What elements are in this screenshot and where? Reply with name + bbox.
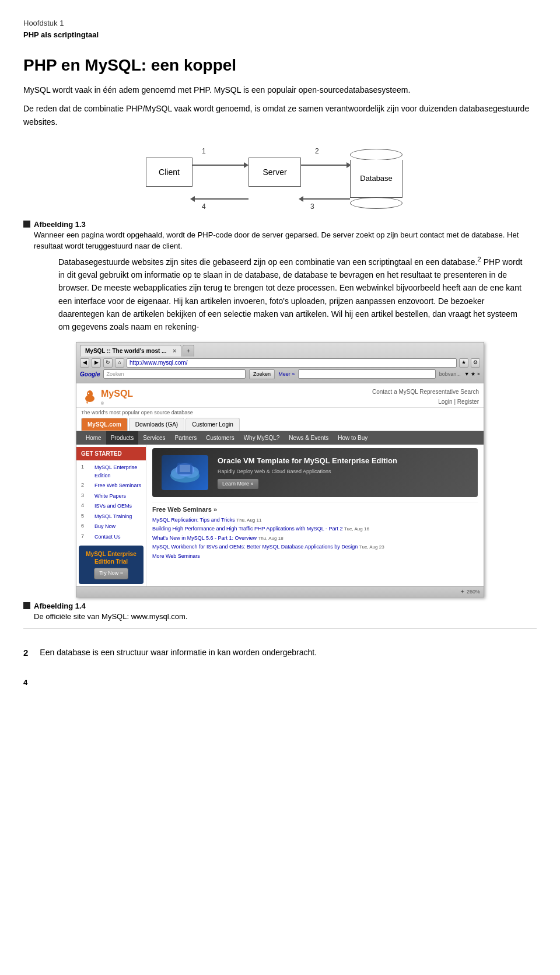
mysql-wordmark: MySQL [101,387,133,401]
tools-button[interactable]: ⚙ [471,358,480,368]
browser-tab-new[interactable]: + [183,345,194,357]
chapter-subtitle: PHP als scriptingtaal [23,29,537,41]
paragraph-3: Databasegestuurde websites zijn sites di… [58,257,477,266]
url-bar[interactable]: http://www.mysql.com/ [127,358,457,368]
diagram-database: Database [350,149,402,209]
meer-button[interactable]: Meer » [278,371,295,379]
learn-more-button[interactable]: Learn More » [218,479,258,490]
mysql-logo-text-area: MySQL ® [101,387,133,407]
url-text: http://www.mysql.com/ [130,358,187,367]
google-label: Google [80,370,100,379]
google-search-input[interactable]: Zoeken [103,369,246,379]
footnote-text: Een database is een structuur waar infor… [40,646,317,659]
chapter-label: Hoofdstuk 1 [23,18,537,29]
figure-1-4-text: De officiële site van MySQL: www.mysql.c… [34,612,187,621]
diagram-client: Client [146,158,192,187]
mysql-tab-main[interactable]: MySQL.com [81,418,128,431]
star-button[interactable]: ★ [459,358,468,368]
nav-home[interactable]: Home [81,431,106,445]
sidebar-row-7: 7 Contact Us [76,532,146,543]
sidebar-link-4[interactable]: MySQL Training [90,512,136,522]
back-button[interactable]: ◀ [80,358,89,368]
mysql-main-area: Oracle VM Template for MySQL Enterprise … [146,445,484,586]
sidebar-link-1[interactable]: Free Web Seminars [90,481,146,491]
diagram-arrow4-label: 4 [202,201,206,212]
user-icons: ▼ ★ × [464,371,480,379]
paragraph-2: De reden dat de combinatie PHP/MySQL vaa… [23,102,537,128]
nav-why-mysql[interactable]: Why MySQL? [239,431,285,445]
chapter-header: Hoofdstuk 1 PHP als scriptingtaal [23,18,537,40]
search-bar-2[interactable] [298,369,436,379]
mysql-tab-downloads[interactable]: Downloads (GA) [129,418,184,431]
browser-tab-bar: MySQL :: The world's most ... × + [80,345,480,357]
sidebar-row-2: 2 Free Web Seminars [76,481,146,491]
indented-content: Databasegestuurde websites zijn sites di… [58,254,525,334]
sidebar-row-5: 5 MySQL Training [76,512,146,522]
nav-services[interactable]: Services [138,431,170,445]
sidebar-link-2[interactable]: White Papers [90,491,131,502]
nav-partners[interactable]: Partners [170,431,202,445]
webinar-item-0: MySQL Replication: Tips and Tricks Thu, … [152,516,478,525]
webinars-section: Free Web Seminars » MySQL Replication: T… [152,502,478,560]
svg-rect-8 [180,465,190,472]
mysql-sidebar: GET STARTED 1 MySQL Enterprise Edition 2… [76,445,146,586]
sidebar-link-5[interactable]: Buy Now [90,522,120,532]
sidebar-link-3[interactable]: ISVs and OEMs [90,501,136,512]
mysql-tab-customer[interactable]: Customer Login [186,418,240,431]
user-label: bobvan... [439,371,461,379]
webinar-item-1: Building High Performance and High Traff… [152,525,478,533]
sidebar-link-6[interactable]: Contact Us [90,532,125,543]
mysql-nav-tabs: MySQL.com Downloads (GA) Customer Login [76,418,484,431]
promo-try-button[interactable]: Try Now » [94,568,128,579]
page-number: 4 [23,677,537,689]
browser-chrome: MySQL :: The world's most ... × + ◀ ▶ ↻ … [76,343,484,384]
webinar-item-2: What's New in MySQL 5.6 - Part 1: Overvi… [152,534,478,543]
browser-toolbar: ◀ ▶ ↻ ⌂ http://www.mysql.com/ ★ ⚙ [80,358,480,368]
mysql-content-area: GET STARTED 1 MySQL Enterprise Edition 2… [76,445,484,586]
diagram-arrow1-label: 1 [202,146,206,156]
footnote-number: 2 [23,646,28,660]
figure-1-3-text: Wanneer een pagina wordt opgehaald, word… [34,230,519,250]
diagram-arrow3-label: 3 [310,201,314,212]
sidebar-row-4: 4 ISVs and OEMs [76,501,146,512]
sidebar-row-1: 1 MySQL Enterprise Edition [76,463,146,481]
oracle-banner-text: Oracle VM Template for MySQL Enterprise … [218,456,397,489]
login-register[interactable]: Login | Register [372,397,479,406]
google-search-row: Google Zoeken Zoeken Meer » bobvan... ▼ … [80,369,480,380]
section-divider [23,628,537,629]
nav-products[interactable]: Products [106,431,138,445]
paragraph-3-4: Databasegestuurde websites zijn sites di… [58,254,525,334]
oracle-banner-title: Oracle VM Template for MySQL Enterprise … [218,456,397,466]
nav-how-to-buy[interactable]: How to Buy [333,431,372,445]
webinars-title[interactable]: Free Web Seminars » [152,505,478,515]
home-button[interactable]: ⌂ [115,358,124,368]
figure-1-4-label: Afbeelding 1.4 [34,602,86,610]
diagram: Client 1 Server 2 Database 3 4 [140,140,420,216]
cloud-graphic [164,458,205,487]
nav-customers[interactable]: Customers [201,431,239,445]
mysql-logo-sub: ® [101,401,133,407]
oracle-banner: Oracle VM Template for MySQL Enterprise … [152,448,478,497]
figure-1-3-caption: Afbeelding 1.3 Wanneer een pagina wordt … [34,219,537,251]
google-search-text: Zoeken [106,371,124,379]
figure-1-4-square [23,602,30,609]
nav-news[interactable]: News & Events [284,431,333,445]
mysql-site: MySQL ® Contact a MySQL Representative S… [76,383,484,597]
sidebar-link-0[interactable]: MySQL Enterprise Edition [90,463,146,481]
browser-statusbar: ✦ 260% [76,586,484,597]
zoeken-button[interactable]: Zoeken [249,369,275,380]
promo-title: MySQL Enterprise Edition Trial [82,550,140,565]
browser-tab-1[interactable]: MySQL :: The world's most ... × [80,345,181,357]
forward-button[interactable]: ▶ [92,358,101,368]
sidebar-header: GET STARTED [76,447,146,460]
figure-1-3-block: Afbeelding 1.3 Wanneer een pagina wordt … [23,219,537,251]
diagram-arrow2-label: 2 [315,146,319,156]
mysql-dolphin-icon [81,388,99,406]
oracle-banner-subtitle: Rapidly Deploy Web & Cloud Based Applica… [218,468,397,476]
mysql-header-bar: MySQL ® Contact a MySQL Representative S… [76,383,484,408]
tab-close-icon[interactable]: × [173,348,176,354]
reload-button[interactable]: ↻ [103,358,113,368]
paragraph-4: PHP wordt in dit geval gebruikt om infor… [58,257,522,331]
sidebar-num-list: 1 MySQL Enterprise Edition 2 Free Web Se… [76,463,146,542]
paragraph-1: MySQL wordt vaak in één adem genoemd met… [23,83,537,96]
